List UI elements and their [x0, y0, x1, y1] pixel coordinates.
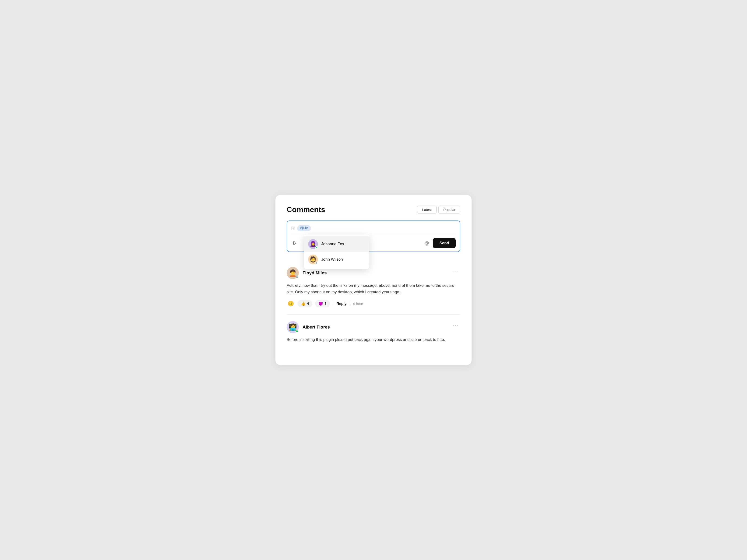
albert-menu-button[interactable]: ···: [451, 321, 460, 329]
floyd-comment-body: Actually, now that I try out the links o…: [287, 282, 460, 295]
john-name: John Wilson: [321, 257, 343, 262]
mention-item-john[interactable]: 🧔 John Wilson: [304, 252, 369, 267]
thumbsup-count: 4: [307, 302, 309, 306]
floyd-avatar-wrap: 🧑‍🦱: [287, 267, 299, 279]
at-mention-icon[interactable]: @: [424, 241, 429, 246]
thumbsup-emoji: 👍: [301, 301, 306, 306]
toolbar-right: @ Send: [424, 238, 456, 248]
action-divider-2: |: [350, 302, 351, 306]
floyd-author-name: Floyd Miles: [303, 270, 327, 275]
albert-author-name: Albert Flores: [303, 325, 330, 330]
comment-albert-header: 🧑‍💻 Albert Flores ···: [287, 321, 460, 333]
action-divider-1: |: [333, 302, 334, 306]
devil-emoji: 😈: [318, 301, 323, 306]
albert-status-dot: [295, 330, 298, 333]
johanna-avatar-wrap: 🧕: [308, 239, 318, 249]
bold-button[interactable]: B: [291, 240, 297, 247]
comment-input-area[interactable]: Hi @Jo 🧕 Johanna Fox 🧔 John Wilson: [287, 220, 460, 252]
john-status-dot: [315, 262, 318, 264]
comments-card: Comments Latest Popular Hi @Jo 🧕 Johanna…: [276, 195, 471, 365]
filter-popular-button[interactable]: Popular: [438, 206, 460, 214]
page-title: Comments: [287, 205, 325, 214]
floyd-status-dot: [295, 276, 298, 278]
mention-dropdown: 🧕 Johanna Fox 🧔 John Wilson: [304, 235, 369, 269]
floyd-devil-reaction[interactable]: 😈 1: [315, 300, 330, 307]
floyd-menu-button[interactable]: ···: [451, 267, 460, 275]
johanna-status-dot: [315, 246, 318, 249]
input-hi-text: Hi: [291, 226, 295, 231]
johanna-name: Johanna Fox: [321, 242, 344, 246]
mention-tag[interactable]: @Jo: [297, 225, 311, 231]
comment-albert: 🧑‍💻 Albert Flores ··· Before installing …: [287, 314, 460, 354]
filter-latest-button[interactable]: Latest: [417, 206, 437, 214]
albert-author-row: 🧑‍💻 Albert Flores: [287, 321, 330, 333]
comments-header: Comments Latest Popular: [287, 205, 460, 214]
john-avatar-wrap: 🧔: [308, 255, 318, 264]
send-button[interactable]: Send: [433, 238, 456, 248]
albert-avatar-wrap: 🧑‍💻: [287, 321, 299, 333]
devil-count: 1: [325, 302, 327, 306]
floyd-reply-button[interactable]: Reply: [336, 302, 347, 306]
input-text-row: Hi @Jo: [291, 225, 456, 231]
comments-list: 🧑‍🦱 Floyd Miles ··· Actually, now that I…: [287, 260, 460, 353]
floyd-thumbsup-reaction[interactable]: 👍 4: [298, 300, 312, 307]
floyd-emoji-react-button[interactable]: 🙂: [287, 300, 295, 308]
floyd-actions: 🙂 👍 4 😈 1 | Reply | 6 hour: [287, 300, 460, 308]
mention-item-johanna[interactable]: 🧕 Johanna Fox: [304, 236, 369, 252]
filter-buttons: Latest Popular: [417, 206, 460, 214]
floyd-time: 6 hour: [353, 302, 363, 306]
albert-comment-body: Before installing this plugin please put…: [287, 337, 460, 343]
toolbar-left: B: [291, 240, 297, 247]
